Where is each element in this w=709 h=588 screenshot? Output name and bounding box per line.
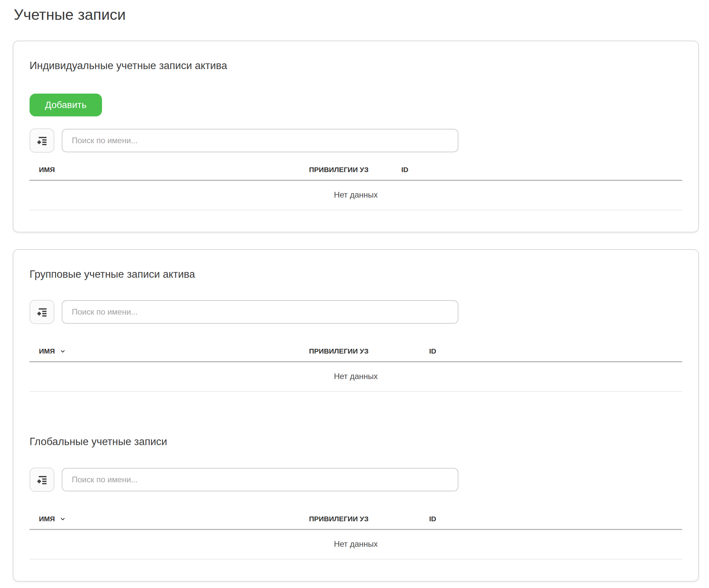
column-header-name: ИМЯ: [29, 158, 300, 181]
add-filter-icon: [35, 305, 48, 318]
name-search-input[interactable]: [62, 300, 458, 324]
page-title: Учетные записи: [14, 5, 699, 25]
group-toolbar: [29, 300, 682, 324]
group-accounts-table: ИМЯ ПРИВИЛЕГИИ УЗ ID Нет данных: [29, 340, 682, 392]
individual-accounts-table: ИМЯ ПРИВИЛЕГИИ УЗ ID Нет данных: [29, 158, 682, 210]
empty-table-message: Нет данных: [29, 180, 682, 210]
chevron-down-icon: [59, 515, 67, 523]
column-header-id: ID: [392, 158, 682, 181]
add-filter-icon: [35, 473, 48, 486]
accounts-page: Учетные записи Индивидуальные учетные за…: [0, 5, 709, 588]
column-header-name-sortable[interactable]: ИМЯ: [29, 340, 300, 362]
column-header-id: ID: [420, 340, 682, 362]
individual-section-title: Индивидуальные учетные записи актива: [29, 59, 682, 73]
table-header-row: ИМЯ ПРИВИЛЕГИИ УЗ ID: [29, 340, 682, 362]
global-section-title: Глобальные учетные записи: [29, 435, 682, 449]
chevron-down-icon: [59, 347, 67, 355]
card-individual-accounts: Индивидуальные учетные записи актива Доб…: [13, 41, 699, 233]
add-filter-icon: [35, 134, 48, 147]
name-search-input[interactable]: [62, 129, 458, 152]
empty-table-row: Нет данных: [29, 530, 682, 560]
column-header-privileges: ПРИВИЛЕГИИ УЗ: [300, 340, 420, 362]
column-header-privileges: ПРИВИЛЕГИИ УЗ: [300, 507, 420, 530]
group-section-title: Групповые учетные записи актива: [29, 267, 682, 282]
add-filter-button[interactable]: [29, 129, 54, 153]
table-header-row: ИМЯ ПРИВИЛЕГИИ УЗ ID: [29, 507, 682, 530]
empty-table-message: Нет данных: [29, 362, 682, 392]
column-header-name-sortable[interactable]: ИМЯ: [29, 507, 300, 530]
table-header-row: ИМЯ ПРИВИЛЕГИИ УЗ ID: [29, 158, 682, 181]
column-header-name: ИМЯ: [39, 347, 55, 355]
empty-table-message: Нет данных: [29, 530, 682, 560]
column-header-name: ИМЯ: [39, 515, 55, 523]
empty-table-row: Нет данных: [29, 362, 682, 392]
card-group-and-global-accounts: Групповые учетные записи актива: [13, 249, 699, 582]
add-filter-button[interactable]: [29, 467, 54, 492]
column-header-privileges: ПРИВИЛЕГИИ УЗ: [300, 158, 392, 181]
individual-toolbar: [29, 129, 682, 153]
add-account-button[interactable]: Добавить: [29, 93, 102, 116]
empty-table-row: Нет данных: [29, 180, 682, 210]
name-search-input[interactable]: [62, 468, 458, 491]
global-accounts-table: ИМЯ ПРИВИЛЕГИИ УЗ ID Нет данных: [29, 507, 682, 560]
add-filter-button[interactable]: [29, 300, 54, 324]
column-header-id: ID: [420, 507, 682, 530]
global-toolbar: [29, 467, 682, 492]
